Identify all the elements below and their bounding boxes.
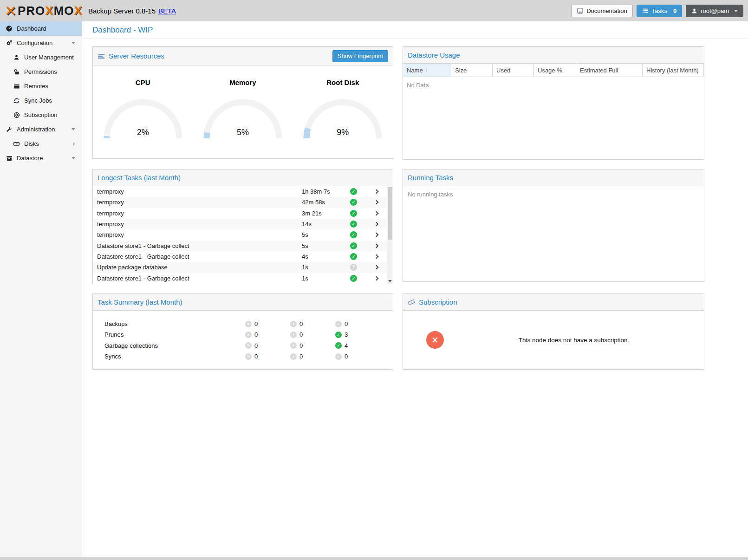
main-area: Dashboard - WIP Server Resources Show Fi… [82, 21, 748, 557]
tasks-label: Tasks [652, 7, 667, 14]
column-header-name[interactable]: Name↑ [403, 64, 451, 77]
task-duration: 5s [302, 231, 350, 238]
chevron-right-icon[interactable] [367, 233, 385, 236]
sidebar-item-configuration[interactable]: Configuration [0, 36, 82, 50]
task-duration: 1s [302, 264, 350, 271]
tasks-button[interactable]: Tasks 0 [637, 5, 682, 17]
chevron-down-icon[interactable] [72, 128, 75, 130]
status-ok-icon: ✓ [350, 253, 367, 260]
error-circle-icon: ✕ [245, 342, 252, 349]
beta-link[interactable]: BETA [158, 7, 176, 15]
sidebar-item-label: Datastore [17, 155, 43, 162]
task-row[interactable]: Datastore store1 - Garbage collect4s✓ [93, 251, 393, 262]
datastore-usage-header: Datastore Usage [403, 47, 704, 64]
ok-circle-icon: ✓ [335, 332, 342, 338]
task-row[interactable]: termproxy1h 38m 7s✓ [93, 186, 393, 197]
ok-circle-icon: ✓ [335, 342, 342, 349]
unlock-icon [13, 69, 20, 75]
task-row[interactable]: Update package database1s? [93, 262, 393, 273]
task-duration: 14s [302, 221, 350, 228]
column-header-size[interactable]: Size [451, 64, 493, 77]
user-icon [13, 54, 20, 60]
task-name: Update package database [97, 264, 302, 271]
sidebar-item-permissions[interactable]: Permissions [0, 65, 82, 79]
sidebar-item-label: Permissions [24, 68, 57, 75]
chevron-right-icon[interactable] [367, 266, 385, 269]
subscription-title: Subscription [419, 298, 457, 306]
resource-bars-icon [98, 52, 105, 60]
chevron-right-icon[interactable] [367, 201, 385, 204]
task-row[interactable]: termproxy3m 21s✓ [93, 208, 393, 219]
chevron-right-icon[interactable] [367, 277, 385, 280]
sidebar-item-subscription[interactable]: Subscription [0, 108, 82, 122]
sidebar-item-user-management[interactable]: User Management [0, 50, 82, 65]
task-name: termproxy [97, 231, 302, 238]
running-tasks-title: Running Tasks [408, 174, 453, 182]
dashboard-icon [5, 25, 13, 32]
task-summary-ok-count: ✓0 [335, 353, 380, 360]
status-ok-icon: ✓ [350, 221, 367, 228]
task-summary-error-count: ✕0 [245, 353, 290, 360]
sidebar-item-datastore[interactable]: Datastore [0, 151, 82, 165]
gauge-arc: 2% [101, 96, 185, 140]
sidebar-item-disks[interactable]: Disks [0, 137, 82, 151]
gauge-value: 9% [301, 128, 384, 137]
server-resources-header: Server Resources Show Fingerprint [93, 47, 393, 65]
task-name: Datastore store1 - Garbage collect [97, 275, 302, 282]
subscription-panel: Subscription ✕ This node does not have a… [403, 293, 704, 370]
task-summary-warning-count: !0 [290, 320, 335, 327]
show-fingerprint-button[interactable]: Show Fingerprint [332, 50, 388, 62]
longest-tasks-title: Longest Tasks (last Month) [98, 174, 181, 182]
sidebar-item-label: User Management [24, 54, 74, 61]
warning-circle-icon: ! [290, 353, 297, 360]
running-tasks-empty: No running tasks [403, 186, 704, 281]
gears-icon [5, 39, 13, 46]
chevron-down-icon[interactable] [72, 157, 75, 159]
scrollbar[interactable] [387, 186, 393, 284]
column-header-estimated-full[interactable]: Estimated Full [576, 64, 643, 77]
sidebar-item-label: Configuration [17, 39, 52, 46]
subscription-message: This node does not have a subscription. [444, 337, 704, 344]
column-header-history-last-month-[interactable]: History (last Month) [643, 64, 704, 77]
chevron-right-icon[interactable] [367, 255, 385, 258]
scrollbar-thumb[interactable] [388, 187, 392, 240]
chevron-right-icon[interactable] [367, 222, 385, 226]
task-row[interactable]: termproxy42m 58s✓ [93, 197, 393, 208]
task-duration: 4s [302, 253, 350, 260]
task-row[interactable]: termproxy14s✓ [93, 219, 393, 229]
column-header-used[interactable]: Used [493, 64, 534, 77]
chevron-right-icon[interactable] [73, 142, 75, 146]
sidebar-item-administration[interactable]: Administration [0, 122, 82, 137]
task-summary-rows: Backups✕0!0✓0Prunes✕0!0✓3Garbage collect… [93, 311, 393, 369]
task-row[interactable]: Datastore store1 - Garbage collect5s✓ [93, 241, 393, 251]
app-subtitle: Backup Server 0.8-15 [88, 7, 156, 15]
status-ok-icon: ✓ [350, 275, 367, 282]
chevron-right-icon[interactable] [367, 244, 385, 247]
status-ok-icon: ✓ [350, 242, 367, 249]
chevron-right-icon[interactable] [367, 212, 385, 215]
scrollbar-down-arrow-icon[interactable] [388, 280, 392, 282]
task-summary-warning-count: !0 [290, 342, 335, 349]
task-duration: 1h 38m 7s [302, 188, 350, 195]
sidebar-item-label: Dashboard [17, 25, 46, 32]
datastore-usage-panel: Datastore Usage Name↑SizeUsedUsage %Esti… [403, 46, 704, 160]
sidebar-item-dashboard[interactable]: Dashboard [0, 21, 82, 36]
task-summary-ok-count: ✓0 [335, 320, 380, 327]
task-summary-label: Syncs [93, 353, 245, 360]
longest-tasks-panel: Longest Tasks (last Month) termproxy1h 3… [92, 169, 393, 284]
task-row[interactable]: termproxy5s✓ [93, 229, 393, 240]
documentation-button[interactable]: Documentation [571, 5, 632, 17]
task-name: Datastore store1 - Garbage collect [97, 242, 302, 249]
task-row[interactable]: Datastore store1 - Garbage collect1s✓ [93, 273, 393, 284]
sidebar-item-remotes[interactable]: Remotes [0, 79, 82, 93]
user-menu-button[interactable]: root@pam [686, 5, 743, 17]
sidebar-item-sync-jobs[interactable]: Sync Jobs [0, 93, 82, 108]
task-summary-row: Garbage collections✕0!0✓4 [93, 340, 393, 351]
gauge-memory: Memory5% [193, 65, 293, 158]
error-circle-icon: ✕ [245, 332, 252, 338]
task-name: termproxy [97, 210, 302, 217]
column-header-usage-[interactable]: Usage % [534, 64, 576, 77]
server-resources-title: Server Resources [109, 52, 164, 60]
chevron-right-icon[interactable] [367, 190, 385, 193]
chevron-down-icon[interactable] [72, 42, 75, 44]
